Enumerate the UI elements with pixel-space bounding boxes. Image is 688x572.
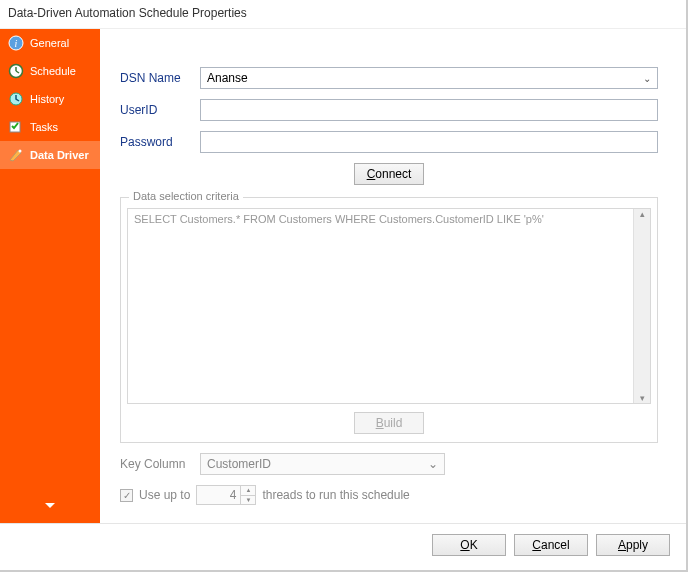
threads-value: 4	[197, 488, 240, 502]
data-driver-icon	[8, 147, 24, 163]
spinner-down-icon[interactable]: ▼	[241, 496, 255, 505]
chevron-down-icon: ⌄	[428, 457, 438, 471]
dialog-footer: OK Cancel Apply	[0, 523, 686, 566]
sidebar-expand-arrow[interactable]	[0, 499, 100, 511]
apply-button[interactable]: Apply	[596, 534, 670, 556]
threads-prefix: Use up to	[139, 488, 190, 502]
cancel-button[interactable]: Cancel	[514, 534, 588, 556]
build-button: Build	[354, 412, 424, 434]
main-panel: DSN Name Ananse ⌄ UserID Password Connec…	[100, 29, 686, 523]
sql-textarea[interactable]: SELECT Customers.* FROM Customers WHERE …	[127, 208, 651, 404]
svg-point-7	[19, 150, 22, 153]
window-title: Data-Driven Automation Schedule Properti…	[0, 0, 686, 29]
sidebar-item-label: Tasks	[30, 121, 58, 133]
sidebar-item-data-driver[interactable]: Data Driver	[0, 141, 100, 169]
password-input[interactable]	[200, 131, 658, 153]
criteria-fieldset: Data selection criteria SELECT Customers…	[120, 197, 658, 443]
spinner-up-icon[interactable]: ▲	[241, 486, 255, 496]
threads-row: ✓ Use up to 4 ▲ ▼ threads to run this sc…	[120, 485, 658, 505]
key-column-label: Key Column	[120, 457, 200, 471]
userid-label: UserID	[120, 103, 200, 117]
spinner-buttons[interactable]: ▲ ▼	[240, 486, 255, 504]
sidebar-item-label: Schedule	[30, 65, 76, 77]
sql-scrollbar[interactable]: ▴ ▾	[633, 209, 650, 403]
sidebar-item-schedule[interactable]: Schedule	[0, 57, 100, 85]
sidebar-item-label: General	[30, 37, 69, 49]
key-column-select[interactable]: CustomerID ⌄	[200, 453, 445, 475]
dsn-value: Ananse	[207, 71, 248, 85]
sidebar-item-label: Data Driver	[30, 149, 89, 161]
userid-input[interactable]	[200, 99, 658, 121]
threads-checkbox[interactable]: ✓	[120, 489, 133, 502]
info-icon: i	[8, 35, 24, 51]
connect-button[interactable]: Connect	[354, 163, 425, 185]
svg-text:i: i	[15, 38, 18, 49]
sidebar-item-tasks[interactable]: Tasks	[0, 113, 100, 141]
ok-button[interactable]: OK	[432, 534, 506, 556]
threads-suffix: threads to run this schedule	[262, 488, 409, 502]
criteria-legend: Data selection criteria	[129, 190, 243, 202]
scroll-down-icon: ▾	[640, 393, 645, 403]
dsn-label: DSN Name	[120, 71, 200, 85]
chevron-down-icon: ⌄	[643, 73, 651, 84]
sidebar: i General Schedule History Tasks	[0, 29, 100, 523]
password-label: Password	[120, 135, 200, 149]
clock-icon	[8, 63, 24, 79]
threads-spinner[interactable]: 4 ▲ ▼	[196, 485, 256, 505]
tasks-icon	[8, 119, 24, 135]
sidebar-item-history[interactable]: History	[0, 85, 100, 113]
history-icon	[8, 91, 24, 107]
main-container: i General Schedule History Tasks	[0, 29, 686, 523]
sidebar-item-general[interactable]: i General	[0, 29, 100, 57]
sidebar-item-label: History	[30, 93, 64, 105]
scroll-up-icon: ▴	[640, 209, 645, 219]
dsn-select[interactable]: Ananse ⌄	[200, 67, 658, 89]
key-column-value: CustomerID	[207, 457, 271, 471]
